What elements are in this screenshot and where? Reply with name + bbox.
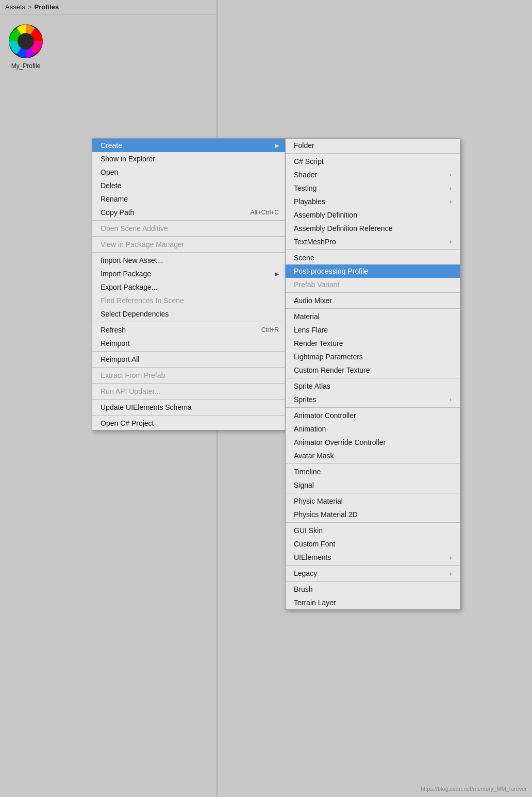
menu-item-scene[interactable]: Scene [286,251,460,264]
menu-item-timeline[interactable]: Timeline [286,465,460,478]
menu-item-delete[interactable]: Delete [92,179,287,192]
menu-separator-2 [92,236,287,237]
right-menu-sep-5 [286,378,460,378]
context-menu-left: Create ▶ Show in Explorer Open Delete Re… [92,138,288,430]
menu-item-animator-override-controller[interactable]: Animator Override Controller [286,436,460,449]
menu-item-animator-controller[interactable]: Animator Controller [286,409,460,422]
right-menu-sep-10 [286,565,460,566]
menu-item-view-in-package-manager: View in Package Manager [92,238,287,251]
profile-area: My_Profile [8,23,44,70]
menu-item-open-scene-additive: Open Scene Additive [92,222,287,235]
right-menu-sep-6 [286,407,460,408]
menu-item-ui-elements[interactable]: UIElements › [286,551,460,564]
menu-separator-6 [92,367,287,368]
menu-item-brush[interactable]: Brush [286,583,460,596]
menu-item-import-package[interactable]: Import Package ▶ [92,267,287,280]
menu-item-rename[interactable]: Rename [92,192,287,206]
breadcrumb-parent[interactable]: Assets [5,3,25,11]
menu-item-create[interactable]: Create ▶ [92,139,287,152]
menu-item-material[interactable]: Material [286,310,460,323]
menu-item-export-package[interactable]: Export Package... [92,280,287,294]
menu-item-csharp-script[interactable]: C# Script [286,155,460,168]
menu-item-shader[interactable]: Shader › [286,168,460,181]
menu-item-custom-render-texture[interactable]: Custom Render Texture [286,363,460,377]
menu-item-prefab-variant: Prefab Variant [286,278,460,291]
menu-item-assembly-definition-reference[interactable]: Assembly Definition Reference [286,222,460,235]
menu-item-copy-path[interactable]: Copy Path Alt+Ctrl+C [92,206,287,219]
menu-separator-8 [92,399,287,400]
menu-item-avatar-mask[interactable]: Avatar Mask [286,449,460,462]
profile-label: My_Profile [11,62,41,70]
menu-item-post-processing-profile[interactable]: Post-processing Profile [286,264,460,278]
menu-separator-5 [92,351,287,352]
breadcrumb-bar: Assets > Profiles [0,0,217,14]
right-menu-sep-7 [286,463,460,464]
menu-item-refresh[interactable]: Refresh Ctrl+R [92,323,287,337]
menu-item-select-dependencies[interactable]: Select Dependencies [92,307,287,321]
right-menu-sep-8 [286,493,460,493]
menu-item-signal[interactable]: Signal [286,478,460,492]
menu-item-assembly-definition[interactable]: Assembly Definition [286,208,460,222]
menu-item-terrain-layer[interactable]: Terrain Layer [286,596,460,609]
right-menu-sep-11 [286,581,460,582]
right-menu-sep-1 [286,153,460,154]
context-menu-right: Folder C# Script Shader › Testing › Play… [285,138,460,610]
menu-separator-3 [92,252,287,253]
menu-item-reimport[interactable]: Reimport [92,337,287,350]
menu-item-textmeshpro[interactable]: TextMeshPro › [286,235,460,248]
menu-separator-7 [92,383,287,384]
menu-item-show-in-explorer[interactable]: Show in Explorer [92,152,287,165]
menu-item-run-api-updater: Run API Updater... [92,385,287,398]
menu-item-physic-material[interactable]: Physic Material [286,494,460,508]
menu-item-legacy[interactable]: Legacy › [286,567,460,580]
profile-icon[interactable] [8,23,44,59]
menu-item-extract-from-prefab: Extract From Prefab [92,369,287,382]
menu-separator-4 [92,322,287,322]
menu-item-lightmap-parameters[interactable]: Lightmap Parameters [286,350,460,363]
menu-item-playables[interactable]: Playables › [286,195,460,208]
menu-item-custom-font[interactable]: Custom Font [286,537,460,551]
menu-item-gui-skin[interactable]: GUI Skin [286,524,460,537]
right-menu-sep-2 [286,250,460,250]
menu-item-open-csharp-project[interactable]: Open C# Project [92,417,287,430]
menu-item-reimport-all[interactable]: Reimport All [92,353,287,366]
menu-item-update-ui-elements-schema[interactable]: Update UIElements Schema [92,401,287,414]
menu-separator-9 [92,415,287,416]
right-menu-sep-4 [286,308,460,309]
menu-item-find-references: Find References In Scene [92,294,287,307]
svg-point-2 [18,33,34,49]
menu-item-open[interactable]: Open [92,165,287,179]
menu-item-testing[interactable]: Testing › [286,181,460,195]
menu-separator-1 [92,220,287,221]
right-menu-sep-9 [286,522,460,523]
menu-item-sprites[interactable]: Sprites › [286,393,460,406]
menu-item-physics-material-2d[interactable]: Physics Material 2D [286,508,460,521]
menu-item-audio-mixer[interactable]: Audio Mixer [286,294,460,307]
right-menu-sep-3 [286,292,460,293]
menu-item-import-new-asset[interactable]: Import New Asset... [92,254,287,267]
menu-item-sprite-atlas[interactable]: Sprite Atlas [286,379,460,393]
breadcrumb-separator: > [28,3,32,11]
breadcrumb-current: Profiles [35,3,59,11]
menu-item-render-texture[interactable]: Render Texture [286,337,460,350]
watermark: https://blog.csdn.net/memory_MM_forever [421,786,527,792]
menu-item-lens-flare[interactable]: Lens Flare [286,323,460,337]
menu-item-folder[interactable]: Folder [286,139,460,152]
menu-item-animation[interactable]: Animation [286,422,460,436]
